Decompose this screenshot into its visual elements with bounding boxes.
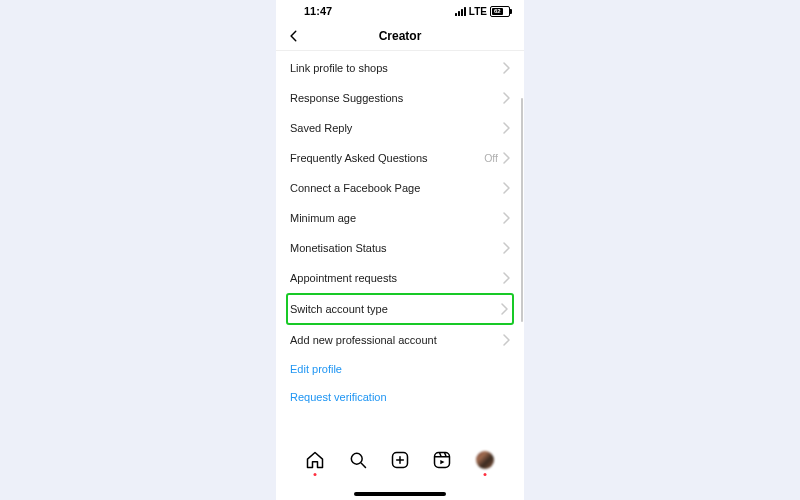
- row-saved-reply[interactable]: Saved Reply: [276, 113, 524, 143]
- settings-list: Link profile to shops Response Suggestio…: [276, 51, 524, 411]
- row-switch-account-type[interactable]: Switch account type: [286, 293, 514, 325]
- chevron-right-icon: [502, 242, 510, 254]
- tab-create[interactable]: [388, 448, 412, 472]
- tab-search[interactable]: [346, 448, 370, 472]
- row-appointment-requests[interactable]: Appointment requests: [276, 263, 524, 293]
- chevron-right-icon: [502, 62, 510, 74]
- row-connect-facebook-page[interactable]: Connect a Facebook Page: [276, 173, 524, 203]
- row-label: Connect a Facebook Page: [290, 182, 420, 194]
- svg-point-0: [351, 453, 362, 464]
- row-label: Switch account type: [290, 303, 388, 315]
- phone-frame: 11:47 LTE 62 Creator Li: [276, 0, 524, 500]
- row-label: Appointment requests: [290, 272, 397, 284]
- tab-reels[interactable]: [430, 448, 454, 472]
- chevron-right-icon: [500, 303, 508, 315]
- status-bar: 11:47 LTE 62: [276, 0, 524, 22]
- row-label: Frequently Asked Questions: [290, 152, 428, 164]
- tab-home[interactable]: [303, 448, 327, 472]
- row-label: Minimum age: [290, 212, 356, 224]
- status-time: 11:47: [304, 5, 332, 17]
- chevron-right-icon: [502, 212, 510, 224]
- row-label: Response Suggestions: [290, 92, 403, 104]
- back-button[interactable]: [284, 26, 304, 46]
- row-minimum-age[interactable]: Minimum age: [276, 203, 524, 233]
- chevron-right-icon: [502, 92, 510, 104]
- row-link-profile-to-shops[interactable]: Link profile to shops: [276, 53, 524, 83]
- row-label: Link profile to shops: [290, 62, 388, 74]
- page-title: Creator: [379, 29, 422, 43]
- avatar: [476, 451, 494, 469]
- chevron-right-icon: [502, 122, 510, 134]
- tab-profile[interactable]: [473, 448, 497, 472]
- row-label: Saved Reply: [290, 122, 352, 134]
- row-monetisation-status[interactable]: Monetisation Status: [276, 233, 524, 263]
- row-label: Monetisation Status: [290, 242, 387, 254]
- page-header: Creator: [276, 22, 524, 51]
- row-response-suggestions[interactable]: Response Suggestions: [276, 83, 524, 113]
- link-request-verification[interactable]: Request verification: [276, 383, 524, 411]
- row-label: Add new professional account: [290, 334, 437, 346]
- chevron-right-icon: [502, 152, 510, 164]
- home-indicator[interactable]: [354, 492, 446, 496]
- network-label: LTE: [469, 6, 487, 17]
- row-faq[interactable]: Frequently Asked Questions Off: [276, 143, 524, 173]
- chevron-right-icon: [502, 182, 510, 194]
- battery-icon: 62: [490, 6, 510, 17]
- notification-dot-icon: [314, 473, 317, 476]
- row-status: Off: [484, 152, 498, 164]
- row-add-new-professional-account[interactable]: Add new professional account: [276, 325, 524, 355]
- link-edit-profile[interactable]: Edit profile: [276, 355, 524, 383]
- scroll-indicator[interactable]: [521, 98, 523, 322]
- signal-icon: [455, 7, 466, 16]
- chevron-right-icon: [502, 334, 510, 346]
- chevron-right-icon: [502, 272, 510, 284]
- svg-rect-2: [435, 453, 450, 468]
- notification-dot-icon: [483, 473, 486, 476]
